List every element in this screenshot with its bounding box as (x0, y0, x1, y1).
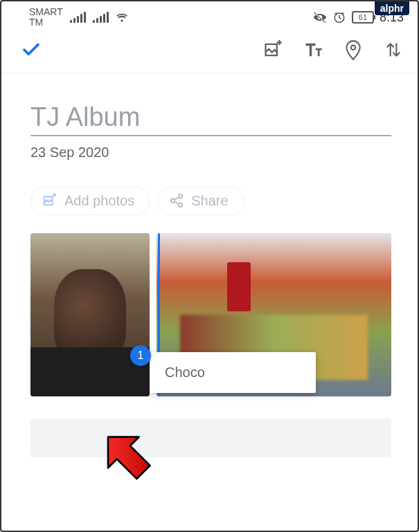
wifi-icon (116, 12, 128, 22)
photo-grid: 1 Choco (30, 233, 391, 396)
album-title-input[interactable] (30, 102, 391, 136)
bottom-placeholder (30, 419, 391, 457)
selection-count-badge: 1 (130, 345, 151, 366)
carrier-label: SMART TM (29, 7, 63, 28)
confirm-button[interactable] (21, 39, 42, 60)
carrier-line1: SMART (29, 7, 63, 17)
carrier-line2: TM (29, 17, 63, 28)
battery-indicator: 61 (352, 11, 374, 24)
add-image-button[interactable] (262, 39, 283, 60)
add-location-button[interactable] (343, 39, 364, 60)
image-plus-icon (42, 193, 57, 208)
alarm-icon (332, 11, 346, 24)
album-content: 23 Sep 2020 Add photos Share 1 Choco (1, 73, 418, 396)
album-date: 23 Sep 2020 (30, 145, 391, 160)
share-button[interactable]: Share (157, 187, 244, 215)
share-label: Share (191, 193, 228, 209)
editor-toolbar (1, 33, 418, 73)
caption-text-card[interactable]: Choco (150, 352, 316, 393)
sort-button[interactable] (383, 39, 404, 60)
svg-point-0 (351, 45, 355, 49)
photo-thumbnail-1[interactable] (30, 233, 150, 396)
svg-point-2 (179, 194, 183, 199)
watermark-badge: alphr (375, 1, 409, 15)
add-text-button[interactable] (303, 39, 323, 60)
add-photos-button[interactable]: Add photos (30, 187, 150, 215)
status-bar: SMART TM 61 8:13 (1, 1, 418, 33)
signal-icon-2 (93, 12, 109, 23)
svg-point-1 (171, 199, 175, 203)
album-actions: Add photos Share (30, 187, 391, 215)
add-photos-label: Add photos (64, 193, 134, 209)
signal-icon (70, 12, 86, 23)
eye-off-icon (313, 11, 327, 24)
share-icon (169, 193, 184, 208)
status-left: SMART TM (29, 7, 128, 28)
svg-point-3 (179, 203, 183, 208)
